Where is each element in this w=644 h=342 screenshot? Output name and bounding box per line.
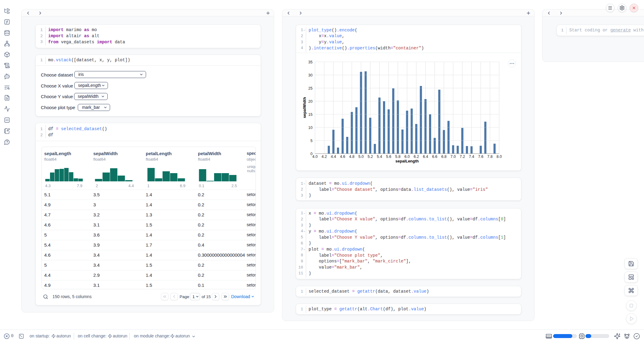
svg-text:7.2: 7.2 xyxy=(460,155,465,159)
svg-text:8.0: 8.0 xyxy=(496,155,502,159)
svg-text:6.2: 6.2 xyxy=(414,155,419,159)
svg-text:7.6: 7.6 xyxy=(478,155,483,159)
svg-text:30: 30 xyxy=(308,73,313,77)
svg-text:15: 15 xyxy=(308,112,313,117)
svg-text:10: 10 xyxy=(308,126,313,130)
svg-text:6.8: 6.8 xyxy=(441,155,446,159)
svg-text:4.0: 4.0 xyxy=(312,155,317,159)
svg-text:4.6: 4.6 xyxy=(340,155,345,159)
svg-text:5.8: 5.8 xyxy=(395,155,400,159)
svg-text:7.0: 7.0 xyxy=(450,155,456,159)
svg-text:4.8: 4.8 xyxy=(349,155,354,159)
svg-text:7.8: 7.8 xyxy=(487,155,492,159)
svg-text:5: 5 xyxy=(310,139,313,143)
svg-text:6.6: 6.6 xyxy=(432,155,437,159)
svg-text:sepalWidth: sepalWidth xyxy=(302,97,307,118)
svg-text:4.4: 4.4 xyxy=(331,155,336,159)
svg-text:6.4: 6.4 xyxy=(423,155,428,159)
svg-text:6.0: 6.0 xyxy=(404,155,410,159)
svg-text:35: 35 xyxy=(308,60,313,64)
svg-text:5.4: 5.4 xyxy=(377,155,382,159)
svg-text:5.2: 5.2 xyxy=(368,155,373,159)
svg-text:sepalLength: sepalLength xyxy=(395,159,419,163)
svg-text:5.0: 5.0 xyxy=(358,155,363,159)
svg-text:25: 25 xyxy=(308,86,313,91)
svg-text:20: 20 xyxy=(308,99,313,104)
svg-text:4.2: 4.2 xyxy=(322,155,327,159)
svg-text:7.4: 7.4 xyxy=(469,155,474,159)
svg-text:5.6: 5.6 xyxy=(386,155,391,159)
